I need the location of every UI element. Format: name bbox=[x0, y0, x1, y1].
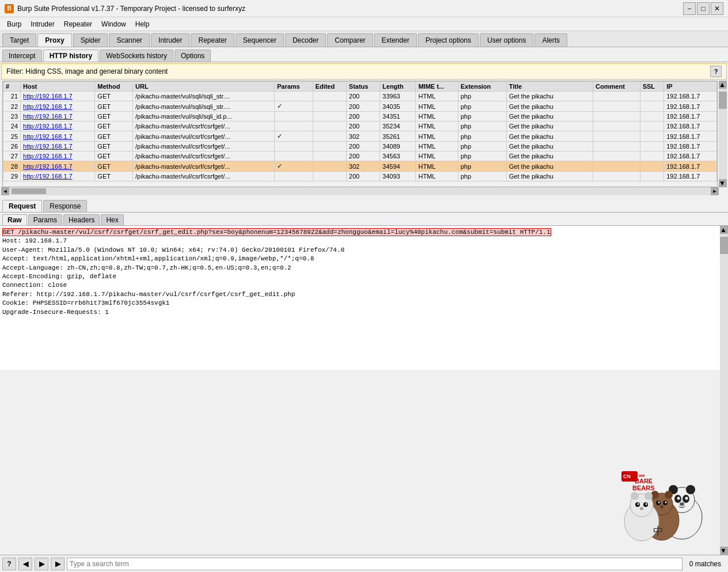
subtab-websockets-history[interactable]: WebSockets history bbox=[100, 50, 173, 62]
svg-text:中: 中 bbox=[653, 525, 663, 537]
table-cell: http://192.168.1.7 bbox=[21, 92, 95, 101]
table-cell: 200 bbox=[346, 142, 380, 151]
lower-section: Request Response Raw Params Headers Hex … bbox=[0, 195, 728, 555]
tab-request[interactable]: Request bbox=[2, 200, 42, 212]
table-cell: Get the pikachu bbox=[506, 151, 593, 161]
svg-point-4 bbox=[674, 495, 681, 503]
filter-bar[interactable]: Filter: Hiding CSS, image and general bi… bbox=[1, 63, 727, 79]
tab-sequencer[interactable]: Sequencer bbox=[236, 33, 284, 47]
subtab-http-history[interactable]: HTTP history bbox=[43, 50, 98, 62]
table-cell: Get the pikachu bbox=[506, 101, 593, 112]
table-cell bbox=[593, 151, 640, 161]
table-vertical-scrollbar[interactable]: ▲ ▼ bbox=[719, 81, 727, 187]
table-cell: Get the pikachu bbox=[506, 112, 593, 122]
table-row[interactable]: 28http://192.168.1.7GET/pikachu-master/v… bbox=[3, 161, 717, 172]
table-cell: ✓ bbox=[274, 161, 313, 172]
tab-intruder[interactable]: Intruder bbox=[151, 33, 189, 47]
tab-hex[interactable]: Hex bbox=[101, 214, 123, 225]
col-header-mime[interactable]: MIME t... bbox=[416, 82, 458, 92]
table-row[interactable]: 21http://192.168.1.7GET/pikachu-master/v… bbox=[3, 92, 717, 101]
menu-intruder[interactable]: Intruder bbox=[26, 19, 59, 29]
tab-user-options[interactable]: User options bbox=[480, 33, 533, 47]
menu-burp[interactable]: Burp bbox=[2, 19, 26, 29]
help-button[interactable]: ? bbox=[2, 558, 16, 570]
tab-alerts[interactable]: Alerts bbox=[534, 33, 567, 47]
search-input[interactable] bbox=[67, 558, 682, 570]
table-row[interactable]: 27http://192.168.1.7GET/pikachu-master/v… bbox=[3, 151, 717, 161]
table-cell: php bbox=[458, 172, 506, 181]
close-button[interactable]: ✕ bbox=[711, 2, 723, 15]
nav-prev-button[interactable]: ◀ bbox=[18, 558, 32, 570]
tab-params[interactable]: Params bbox=[28, 214, 62, 225]
table-cell: 28 bbox=[3, 161, 21, 172]
minimize-button[interactable]: − bbox=[683, 2, 696, 15]
table-row[interactable]: 25http://192.168.1.7GET/pikachu-master/v… bbox=[3, 131, 717, 142]
table-cell bbox=[640, 92, 664, 101]
tab-headers[interactable]: Headers bbox=[63, 214, 100, 225]
filter-help-button[interactable]: ? bbox=[710, 66, 722, 77]
table-cell bbox=[640, 101, 664, 112]
tab-project-options[interactable]: Project options bbox=[418, 33, 479, 47]
request-content[interactable]: GET /pikachu-master/vul/csrf/csrfget/csr… bbox=[0, 226, 720, 370]
tab-scanner[interactable]: Scanner bbox=[109, 33, 150, 47]
table-cell: 34089 bbox=[380, 142, 416, 151]
http-history-table-container[interactable]: # Host Method URL Params Edited Status L… bbox=[2, 81, 718, 187]
menu-help[interactable]: Help bbox=[131, 19, 154, 29]
col-header-comment[interactable]: Comment bbox=[593, 82, 640, 92]
col-header-length[interactable]: Length bbox=[380, 82, 416, 92]
tab-spider[interactable]: Spider bbox=[73, 33, 108, 47]
table-cell: http://192.168.1.7 bbox=[21, 172, 95, 181]
col-header-ssl[interactable]: SSL bbox=[640, 82, 664, 92]
request-vertical-scrollbar[interactable]: ▲ ▼ bbox=[720, 226, 728, 555]
table-cell bbox=[274, 151, 313, 161]
table-row[interactable]: 29http://192.168.1.7GET/pikachu-master/v… bbox=[3, 172, 717, 181]
table-row[interactable]: 24http://192.168.1.7GET/pikachu-master/v… bbox=[3, 122, 717, 131]
subtab-intercept[interactable]: Intercept bbox=[2, 50, 42, 62]
table-cell: 192.168.1.7 bbox=[664, 151, 717, 161]
table-cell bbox=[313, 92, 346, 101]
tab-proxy[interactable]: Proxy bbox=[37, 33, 71, 47]
maximize-button[interactable]: □ bbox=[697, 2, 710, 15]
table-cell: 192.168.1.7 bbox=[664, 92, 717, 101]
table-row[interactable]: 26http://192.168.1.7GET/pikachu-master/v… bbox=[3, 142, 717, 151]
tab-extender[interactable]: Extender bbox=[374, 33, 417, 47]
col-header-ip[interactable]: IP bbox=[664, 82, 717, 92]
nav-last-button[interactable]: ▶ bbox=[51, 558, 65, 570]
table-cell: 302 bbox=[346, 131, 380, 142]
table-cell: 192.168.1.7 bbox=[664, 142, 717, 151]
svg-point-22 bbox=[635, 502, 640, 507]
table-cell: ✓ bbox=[274, 101, 313, 112]
subtab-options[interactable]: Options bbox=[175, 50, 211, 62]
tab-repeater[interactable]: Repeater bbox=[191, 33, 234, 47]
col-header-extension[interactable]: Extension bbox=[458, 82, 506, 92]
table-cell: 192.168.1.7 bbox=[664, 122, 717, 131]
tab-raw[interactable]: Raw bbox=[2, 214, 27, 225]
table-row[interactable]: 22http://192.168.1.7GET/pikachu-master/v… bbox=[3, 101, 717, 112]
req-inner-tabs: Raw Params Headers Hex bbox=[0, 213, 728, 226]
request-line: User-Agent: Mozilla/5.0 (Windows NT 10.0… bbox=[2, 246, 718, 255]
col-header-status[interactable]: Status bbox=[346, 82, 380, 92]
table-cell bbox=[313, 172, 346, 181]
col-header-method[interactable]: Method bbox=[95, 82, 133, 92]
table-cell bbox=[274, 122, 313, 131]
table-row[interactable]: 23http://192.168.1.7GET/pikachu-master/v… bbox=[3, 112, 717, 122]
table-cell bbox=[313, 151, 346, 161]
col-header-num[interactable]: # bbox=[3, 82, 21, 92]
tab-decoder[interactable]: Decoder bbox=[285, 33, 326, 47]
app-icon: B bbox=[5, 4, 14, 13]
table-cell: 200 bbox=[346, 92, 380, 101]
col-header-url[interactable]: URL bbox=[133, 82, 275, 92]
col-header-title[interactable]: Title bbox=[506, 82, 593, 92]
col-header-edited[interactable]: Edited bbox=[313, 82, 346, 92]
nav-next-button[interactable]: ▶ bbox=[35, 558, 48, 570]
tab-comparer[interactable]: Comparer bbox=[327, 33, 373, 47]
tab-target[interactable]: Target bbox=[2, 33, 36, 47]
request-line: Accept-Language: zh-CN,zh;q=0.8,zh-TW;q=… bbox=[2, 264, 718, 272]
table-cell: 34351 bbox=[380, 112, 416, 122]
col-header-params[interactable]: Params bbox=[274, 82, 313, 92]
window-title: Burp Suite Professional v1.7.37 - Tempor… bbox=[17, 5, 683, 13]
col-header-host[interactable]: Host bbox=[21, 82, 95, 92]
menu-window[interactable]: Window bbox=[97, 19, 131, 29]
tab-response[interactable]: Response bbox=[43, 200, 87, 212]
menu-repeater[interactable]: Repeater bbox=[59, 19, 97, 29]
